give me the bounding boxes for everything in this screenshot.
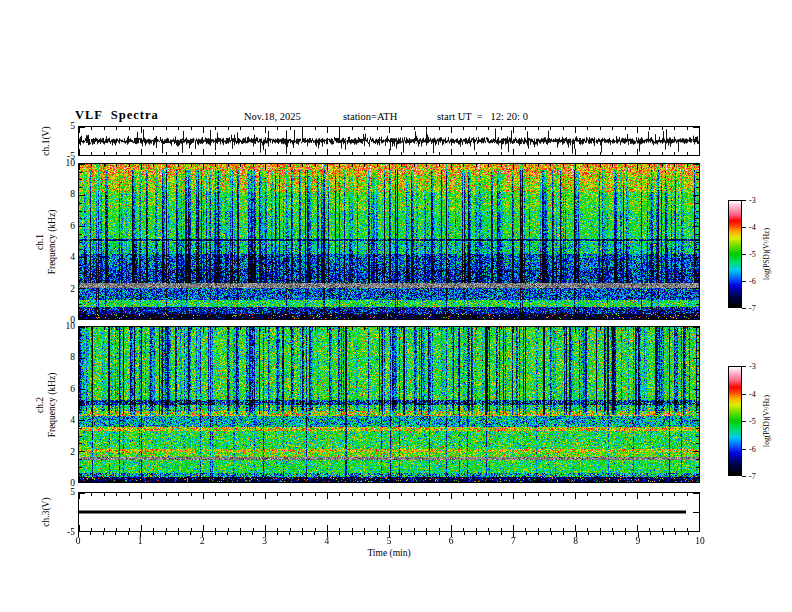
ch1-voltage-axis-label: ch.1(V) [41,126,51,155]
colorbar-tick-label: -4 [749,223,756,232]
ch1-axis-label: ch.1 [35,233,45,249]
colorbar-tick [742,449,746,450]
plot-title: VLF Spectra [75,108,159,123]
x-axis-tick-label: 10 [695,536,705,546]
ch1-spectrogram-panel [78,163,700,320]
ch3-flatline-tick-label: 5 [70,487,75,497]
x-axis-tick-label: 7 [511,536,516,546]
ch2-axis-label: ch.2 [35,396,45,412]
ch1-waveform-panel [78,126,700,156]
ch2-colorbar-label: log(PSD)(V²/Hz) [762,395,771,447]
ch1-frequency-tick-label: 4 [70,252,75,262]
ch3-voltage-axis-label: ch.3(V) [41,497,51,526]
station-label: station=ATH [343,111,397,122]
ch2-frequency-tick-label: 4 [70,415,75,425]
colorbar-tick [742,394,746,395]
x-axis-tick-label: 0 [76,536,81,546]
x-axis-tick-label: 5 [387,536,392,546]
colorbar-tick [742,200,746,201]
ch1-frequency-tick-label: 8 [70,189,75,199]
x-axis-tick-label: 2 [200,536,205,546]
colorbar-tick-label: -4 [749,389,756,398]
colorbar-tick-label: -5 [749,250,756,259]
ch2-frequency-tick-label: 6 [70,384,75,394]
ch1-frequency-axis-label: Frequency (kHz) [47,209,57,274]
ch1-waveform-canvas [79,127,699,155]
ch2-frequency-tick-label: 10 [66,321,76,331]
start-ut-label: start UT = 12: 20: 0 [437,111,528,122]
ch3-flatline-canvas [79,493,699,531]
plot-date: Nov.18, 2025 [244,111,301,122]
colorbar-tick-label: -6 [749,277,756,286]
ch2-spectrogram-panel [78,326,700,483]
colorbar-tick-label: -7 [749,472,756,481]
time-axis-label: Time (min) [367,548,410,558]
ch2-colorbar [728,366,742,476]
colorbar-tick-label: -7 [749,304,756,313]
colorbar-tick [742,254,746,255]
ch1-colorbar-label: log(PSD)(V²/Hz) [762,228,771,280]
colorbar-tick [742,308,746,309]
ch3-flatline-tick-label: -5 [67,527,75,537]
x-axis-tick-label: 8 [573,536,578,546]
ch2-frequency-tick-label: 2 [70,447,75,457]
x-axis-tick-label: 3 [262,536,267,546]
colorbar-tick-label: -6 [749,444,756,453]
ch1-colorbar [728,200,742,308]
ch2-spectrogram-canvas [79,327,699,482]
ch2-frequency-tick-label: 8 [70,352,75,362]
colorbar-tick [742,227,746,228]
colorbar-tick [742,421,746,422]
ch1-spectrogram-canvas [79,164,699,319]
x-axis-tick-label: 1 [138,536,143,546]
x-axis-tick-label: 4 [324,536,329,546]
ch2-frequency-axis-label: Frequency (kHz) [47,372,57,437]
ch1-waveform-tick-label: 5 [70,121,75,131]
colorbar-tick [742,281,746,282]
x-axis-tick-label: 9 [635,536,640,546]
vlf-spectra-figure: VLF Spectra Nov.18, 2025 station=ATH sta… [0,0,792,612]
colorbar-tick [742,366,746,367]
ch3-flatline-panel [78,492,700,532]
colorbar-tick-label: -5 [749,417,756,426]
ch1-frequency-tick-label: 2 [70,284,75,294]
colorbar-tick [742,476,746,477]
ch1-frequency-tick-label: 6 [70,221,75,231]
ch1-frequency-tick-label: 10 [66,158,76,168]
colorbar-tick-label: -3 [749,196,756,205]
colorbar-tick-label: -3 [749,362,756,371]
x-axis-tick-label: 6 [449,536,454,546]
